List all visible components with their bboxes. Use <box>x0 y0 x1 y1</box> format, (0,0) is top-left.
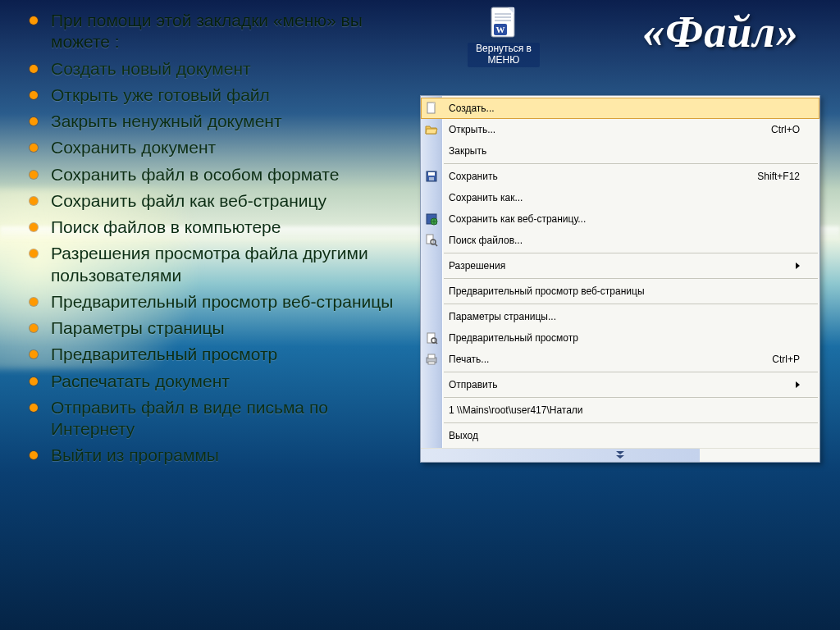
menu-item[interactable]: Предварительный просмотр веб-страницы <box>421 281 819 302</box>
menu-item-label: Выход <box>449 430 800 441</box>
menu-separator <box>444 397 818 398</box>
bullet-item: Распечатать документ <box>20 371 397 392</box>
menu-item[interactable]: Печать...Ctrl+P <box>421 349 819 370</box>
menu-item[interactable]: Поиск файлов... <box>421 230 819 251</box>
svg-rect-22 <box>428 354 435 358</box>
svg-rect-8 <box>427 103 435 113</box>
menu-item-label: 1 \\Mains\root\user417\Натали <box>449 404 800 416</box>
menu-item[interactable]: Разрешения <box>421 255 819 276</box>
bullet-item: При помощи этой закладки «меню» вы может… <box>20 10 397 53</box>
menu-item[interactable]: Параметры страницы... <box>421 306 819 327</box>
menu-item[interactable]: СохранитьShift+F12 <box>421 166 819 187</box>
menu-item-label: Предварительный просмотр <box>449 332 800 344</box>
search-file-icon <box>424 233 439 248</box>
menu-item[interactable]: Открыть...Ctrl+O <box>421 119 819 140</box>
menu-item-label: Печать... <box>449 354 762 365</box>
save-icon <box>424 169 439 184</box>
menu-item-label: Разрешения <box>449 260 786 272</box>
bullet-item: Создать новый документ <box>20 58 397 80</box>
no-icon <box>424 258 439 273</box>
svg-rect-3 <box>495 13 511 15</box>
menu-item-label: Сохранить как веб-страницу... <box>449 213 800 225</box>
svg-rect-23 <box>428 362 435 364</box>
bullet-item: Отправить файл в виде письма по Интернет… <box>20 397 397 441</box>
save-web-icon <box>424 212 439 226</box>
menu-item-shortcut: Ctrl+P <box>772 354 800 365</box>
menu-expand-button[interactable] <box>421 448 819 462</box>
svg-line-17 <box>435 244 437 246</box>
menu-item-label: Сохранить <box>449 171 747 182</box>
menu-item-label: Открыть... <box>449 124 761 135</box>
file-menu-dropdown: Создать...Открыть...Ctrl+OЗакрытьСохрани… <box>420 95 820 463</box>
bullet-item: Предварительный просмотр веб-страницы <box>20 291 397 313</box>
menu-separator <box>444 278 818 279</box>
bullet-item: Поиск файлов в компьютере <box>20 217 397 238</box>
menu-item-shortcut: Shift+F12 <box>757 171 800 182</box>
menu-separator <box>444 163 818 164</box>
back-to-menu-label: Вернуться в МЕНЮ <box>468 43 540 67</box>
svg-rect-4 <box>495 16 511 18</box>
menu-item-label: Поиск файлов... <box>449 235 800 246</box>
slide-stage: «Файл» W Вернуться в МЕНЮ При помощи это… <box>0 0 840 630</box>
menu-separator <box>444 372 818 372</box>
bullet-list: При помощи этой закладки «меню» вы может… <box>20 5 397 472</box>
svg-rect-12 <box>429 177 434 180</box>
svg-line-20 <box>436 342 437 344</box>
submenu-arrow-icon <box>796 262 800 269</box>
no-icon <box>424 284 439 299</box>
bullet-item: Открыть уже готовый файл <box>20 84 397 106</box>
submenu-arrow-icon <box>796 381 800 388</box>
menu-item[interactable]: Отправить <box>421 374 819 395</box>
menu-item-label: Параметры страницы... <box>449 311 800 322</box>
menu-separator <box>444 422 818 423</box>
menu-item[interactable]: Сохранить как веб-страницу... <box>421 208 819 230</box>
bullet-item: Выйти из программы <box>20 445 397 466</box>
chevron-down-icon <box>614 451 626 459</box>
menu-item-label: Предварительный просмотр веб-страницы <box>449 285 800 297</box>
print-preview-icon <box>424 331 439 345</box>
menu-item[interactable]: 1 \\Mains\root\user417\Натали <box>421 399 819 421</box>
menu-item[interactable]: Закрыть <box>421 140 819 162</box>
no-icon <box>424 309 439 324</box>
back-to-menu-button[interactable]: W Вернуться в МЕНЮ <box>468 5 540 67</box>
menu-item-label: Создать... <box>449 103 800 114</box>
bullet-item: Сохранить файл как веб-страницу <box>20 190 397 212</box>
menu-separator <box>444 304 818 304</box>
no-icon <box>424 428 439 443</box>
no-icon <box>424 403 439 418</box>
slide-title: «Файл» <box>642 7 799 57</box>
no-icon <box>424 377 439 392</box>
menu-item-label: Сохранить как... <box>449 192 800 203</box>
menu-item[interactable]: Предварительный просмотр <box>421 327 819 349</box>
svg-rect-15 <box>427 235 433 244</box>
svg-rect-11 <box>428 172 435 176</box>
svg-rect-5 <box>495 20 511 21</box>
menu-item[interactable]: Создать... <box>421 98 819 119</box>
menu-item-shortcut: Ctrl+O <box>771 124 800 135</box>
bullet-item: Закрыть ненужный документ <box>20 111 397 132</box>
bullet-item: Сохранить документ <box>20 137 397 158</box>
bullet-item: Разрешения просмотра файла другими польз… <box>20 243 397 286</box>
menu-item[interactable]: Выход <box>421 425 819 446</box>
no-icon <box>424 144 439 158</box>
bullet-item: Сохранить файл в особом формате <box>20 164 397 185</box>
bullet-item: Предварительный просмотр <box>20 344 397 365</box>
menu-separator <box>444 253 818 253</box>
bullet-item: Параметры страницы <box>20 317 397 339</box>
menu-item[interactable]: Сохранить как... <box>421 187 819 208</box>
new-doc-icon <box>424 101 439 116</box>
menu-item-label: Закрыть <box>449 145 800 157</box>
folder-open-icon <box>424 122 439 137</box>
word-document-icon: W <box>486 5 522 41</box>
printer-icon <box>424 352 439 367</box>
svg-text:W: W <box>496 25 505 34</box>
menu-item-label: Отправить <box>449 379 786 390</box>
no-icon <box>424 190 439 205</box>
